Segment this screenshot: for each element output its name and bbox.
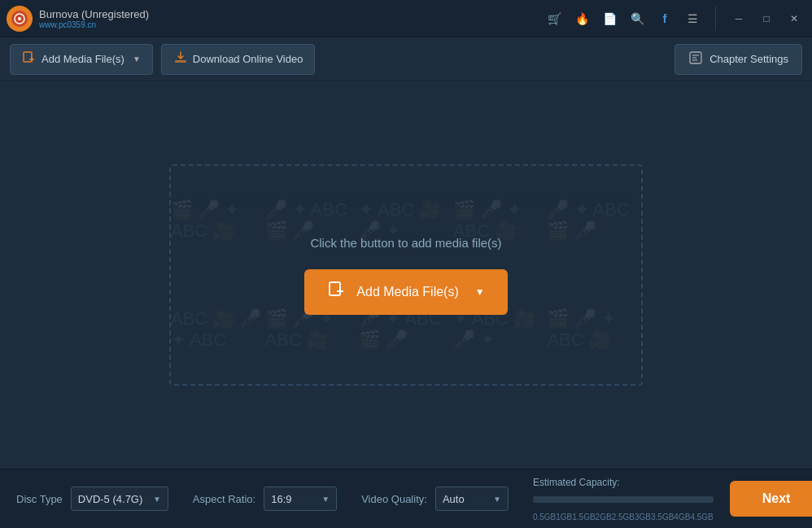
disc-type-select[interactable]: DVD-5 (4.7G) ▼: [71, 487, 168, 511]
capacity-section: Estimated Capacity: 0.5GB 1GB 1.5GB 2GB …: [533, 477, 714, 521]
watermark-cell: ABC 🎥 🎤 ✦ ABC: [171, 275, 265, 384]
aspect-ratio-label: Aspect Ratio:: [193, 493, 255, 505]
divider: [715, 7, 716, 31]
app-logo: [7, 6, 33, 32]
main-content: 🎬 🎤 ✦ ABC 🎥 🎤 ✦ ABC 🎬 🎤 ✦ ABC 🎥 🎤 ✦ 🎬 🎤 …: [0, 81, 812, 469]
title-left: Burnova (Unregistered) www.pc0359.cn: [7, 6, 149, 32]
disc-type-arrow: ▼: [153, 495, 161, 504]
aspect-ratio-field: Aspect Ratio: 16:9 ▼: [193, 487, 337, 511]
watermark-cell: 🎬 🎤 ✦ ABC 🎥: [453, 166, 548, 275]
capacity-tick-6: 3.5GB: [651, 513, 674, 521]
next-label: Next: [762, 491, 791, 506]
video-quality-field: Video Quality: Auto ▼: [361, 487, 509, 511]
add-media-icon: [22, 50, 37, 68]
capacity-tick-7: 4GB: [674, 513, 690, 521]
title-controls: 🛒 🔥 📄 🔍 f ☰ ─ □ ✕: [543, 7, 805, 31]
watermark-cell: ✦ ABC 🎥 🎤 ✦: [359, 166, 453, 275]
cart-icon[interactable]: 🛒: [543, 7, 565, 30]
menu-icon[interactable]: ☰: [681, 7, 704, 30]
title-info: Burnova (Unregistered) www.pc0359.cn: [39, 8, 149, 29]
download-video-button[interactable]: Download Online Video: [161, 44, 316, 75]
document-icon[interactable]: 📄: [598, 7, 621, 30]
drop-message: Click the button to add media file(s): [310, 236, 501, 250]
chapter-settings-label: Chapter Settings: [709, 53, 788, 65]
svg-rect-11: [330, 282, 340, 295]
video-quality-arrow: ▼: [493, 495, 501, 504]
add-media-main-button[interactable]: Add Media File(s) ▼: [304, 269, 507, 315]
download-video-label: Download Online Video: [193, 53, 303, 65]
fire-icon[interactable]: 🔥: [570, 7, 593, 30]
add-media-button[interactable]: Add Media File(s) ▼: [10, 44, 153, 75]
estimated-capacity-label: Estimated Capacity:: [533, 477, 714, 488]
capacity-tick-1: 1GB: [556, 513, 572, 521]
add-media-label: Add Media File(s): [41, 53, 124, 65]
disc-type-label: Disc Type: [16, 493, 63, 505]
capacity-bar: [533, 496, 714, 503]
svg-rect-3: [24, 52, 32, 62]
add-media-main-label: Add Media File(s): [356, 285, 458, 299]
facebook-icon[interactable]: f: [653, 7, 676, 30]
video-quality-select[interactable]: Auto ▼: [435, 487, 509, 511]
aspect-ratio-value: 16:9: [271, 493, 291, 505]
aspect-ratio-select[interactable]: 16:9 ▼: [264, 487, 337, 511]
download-icon: [173, 50, 188, 68]
maximize-button[interactable]: □: [755, 7, 778, 30]
watermark-cell: 🎤 ✦ ABC 🎬 🎤: [265, 166, 360, 275]
minimize-button[interactable]: ─: [727, 7, 750, 30]
chapter-settings-icon: [688, 50, 703, 68]
add-media-main-dropdown-arrow: ▼: [475, 286, 485, 298]
capacity-tick-2: 1.5GB: [572, 513, 595, 521]
search-icon[interactable]: 🔍: [626, 7, 648, 30]
disc-type-value: DVD-5 (4.7G): [78, 493, 142, 505]
capacity-tick-8: 4.5GB: [690, 513, 713, 521]
title-bar: Burnova (Unregistered) www.pc0359.cn 🛒 🔥…: [0, 0, 812, 37]
toolbar: Add Media File(s) ▼ Download Online Vide…: [0, 37, 812, 81]
chapter-settings-button[interactable]: Chapter Settings: [674, 44, 802, 75]
capacity-tick-5: 3GB: [635, 513, 651, 521]
svg-point-2: [18, 17, 21, 20]
capacity-bar-wrap: [533, 491, 714, 508]
add-media-main-icon: [327, 280, 347, 304]
svg-rect-6: [175, 60, 186, 63]
watermark-cell: 🎬 🎤 ✦ ABC 🎥: [547, 275, 641, 384]
capacity-tick-3: 2GB: [596, 513, 612, 521]
aspect-ratio-arrow: ▼: [321, 495, 330, 504]
disc-type-field: Disc Type DVD-5 (4.7G) ▼: [16, 487, 168, 511]
app-url: www.pc0359.cn: [39, 20, 149, 29]
next-button[interactable]: Next: [730, 481, 812, 517]
watermark-cell: 🎤 ✦ ABC 🎬 🎤: [547, 166, 641, 275]
capacity-labels: 0.5GB 1GB 1.5GB 2GB 2.5GB 3GB 3.5GB 4GB …: [533, 513, 714, 521]
video-quality-value: Auto: [443, 493, 465, 505]
capacity-tick-4: 2.5GB: [612, 513, 635, 521]
video-quality-label: Video Quality:: [361, 493, 427, 505]
capacity-tick-0: 0.5GB: [533, 513, 556, 521]
bottom-bar: Disc Type DVD-5 (4.7G) ▼ Aspect Ratio: 1…: [0, 469, 812, 528]
drop-area: 🎬 🎤 ✦ ABC 🎥 🎤 ✦ ABC 🎬 🎤 ✦ ABC 🎥 🎤 ✦ 🎬 🎤 …: [169, 164, 643, 386]
close-button[interactable]: ✕: [783, 7, 805, 30]
add-media-dropdown-arrow: ▼: [133, 55, 141, 63]
app-title: Burnova (Unregistered): [39, 8, 149, 20]
watermark-cell: 🎬 🎤 ✦ ABC 🎥: [171, 166, 265, 275]
